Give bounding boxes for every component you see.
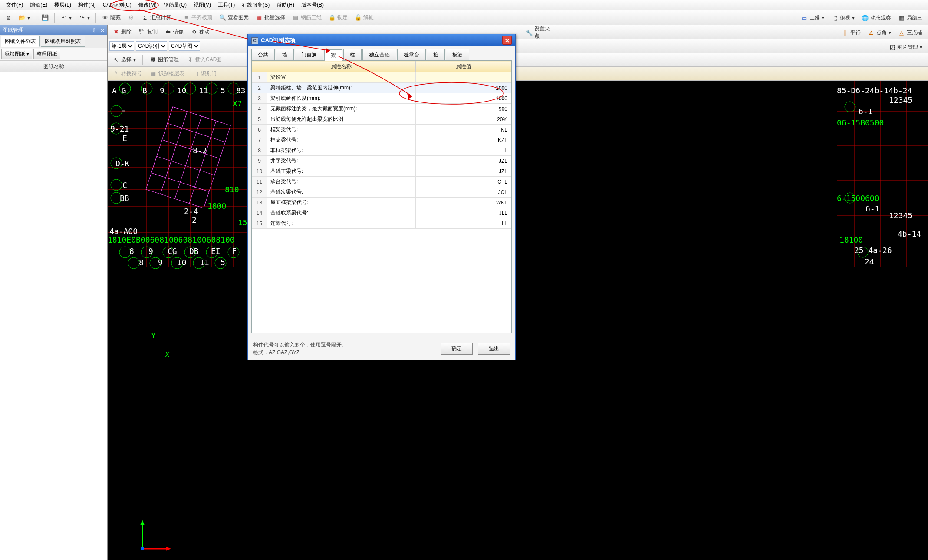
menu-item[interactable]: 编辑(E) [26,0,51,10]
table-row[interactable]: 10基础主梁代号:JZL [252,166,511,177]
prop-value[interactable]: 20% [416,114,511,125]
tab-floor-map[interactable]: 图纸楼层对照表 [41,36,85,47]
open-button[interactable]: 📂▾ [16,13,33,23]
corner-button[interactable]: ∠点角▾ [865,27,894,38]
tab-file-list[interactable]: 图纸文件列表 [1,36,40,47]
prop-value[interactable]: KZL [416,135,511,145]
dialog-tab[interactable]: 桩承台 [397,49,426,60]
table-row[interactable]: 3梁引线延伸长度(mm):1000 [252,93,511,104]
add-paper-button[interactable]: 添加图纸 ▾ [1,49,32,59]
move-button[interactable]: ✥移动 [188,26,213,37]
properties-table: 属性名称 属性值 1梁设置2梁端距柱、墙、梁范围内延伸(mm):10003梁引线… [252,61,511,229]
floor-select[interactable]: 第-1层 [109,41,134,51]
find-button[interactable]: 🔍查看图元 [216,12,252,23]
menu-item[interactable]: CAD识别(C) [99,0,135,10]
dialog-tab[interactable]: 板筋 [446,49,469,60]
three-pt-button[interactable]: △三点辅 [895,27,925,38]
table-row[interactable]: 5吊筋线每侧允许超出梁宽的比例20% [252,114,511,125]
table-row[interactable]: 4无截面标注的梁，最大截面宽度(mm):900 [252,104,511,114]
prop-value[interactable] [416,72,511,83]
chevron-down-icon: ▾ [27,15,30,21]
prop-value[interactable]: L [416,145,511,156]
select-button[interactable]: ↖选择▾ [109,54,139,65]
delete-button[interactable]: ✖删除 [109,26,135,37]
prop-value[interactable]: JZL [416,156,511,166]
table-row[interactable]: 1梁设置 [252,72,511,83]
mirror-button[interactable]: ⇋镜像 [161,26,187,37]
menu-item[interactable]: 钢筋量(Q) [160,0,190,10]
cancel-button[interactable]: 退出 [478,343,510,355]
dynamic-view-button[interactable]: 🌐动态观察 [859,13,894,23]
separator [177,13,177,23]
cad-mode-select[interactable]: CAD识别 [136,41,167,51]
menu-item[interactable]: 工具(T) [214,0,238,10]
menu-item[interactable]: 楼层(L) [51,0,75,10]
local-3d-button[interactable]: ▦局部三 [895,13,925,23]
move-icon: ✥ [191,29,197,36]
dialog-tab[interactable]: 柱 [343,49,362,60]
dialog-title-bar[interactable]: CCAD识别选项 ✕ [248,34,515,46]
view-2d-button[interactable]: ▭二维▾ [798,13,827,23]
pin-icon[interactable]: ⇩ [92,27,96,33]
cad-label: EI [211,247,220,256]
close-icon[interactable]: ✕ [100,27,105,33]
prop-value[interactable]: WKL [416,198,511,208]
menu-item[interactable]: 帮助(H) [273,0,298,10]
set-grip-button[interactable]: 🔧设置夹点 [523,23,555,42]
close-button[interactable]: ✕ [502,36,512,45]
table-row[interactable]: 8非框架梁代号:L [252,145,511,156]
dialog-tab[interactable]: 桩 [427,49,445,60]
table-row[interactable]: 7框支梁代号:KZL [252,135,511,145]
cad-label: 6-1 [859,107,873,116]
prop-value[interactable]: JZL [416,166,511,177]
pic-mgr-button[interactable]: 🖼图片管理▾ [885,42,925,53]
table-row[interactable]: 6框架梁代号:KL [252,125,511,135]
cad-label: F [121,107,125,116]
table-row[interactable]: 2梁端距柱、墙、梁范围内延伸(mm):1000 [252,83,511,93]
table-row[interactable]: 11承台梁代号:CTL [252,177,511,187]
layer-select[interactable]: CAD草图 [169,41,200,51]
row-index: 11 [252,177,267,187]
calc-button[interactable]: Σ汇总计算 [138,12,174,23]
batch-select-button[interactable]: ▦批量选择 [253,12,288,23]
menu-item[interactable]: 版本号(B) [298,0,327,10]
prop-value[interactable]: 900 [416,104,511,114]
table-row[interactable]: 14基础联系梁代号:JLL [252,208,511,218]
new-button[interactable]: 🗎 [2,13,15,23]
prop-value[interactable]: 1000 [416,83,511,93]
table-row[interactable]: 13屋面框架梁代号:WKL [252,198,511,208]
dialog-tab[interactable]: 墙 [276,49,294,60]
undo-button[interactable]: ↶▾ [57,13,75,23]
sort-paper-button[interactable]: 整理图纸 [33,49,60,59]
parallel-button[interactable]: ∥平行 [839,27,864,38]
ok-button[interactable]: 确定 [441,343,473,355]
cad-label: 85-D6-24b-14b-24 [837,86,912,95]
table-row[interactable]: 15连梁代号:LL [252,218,511,229]
cad-canvas[interactable]: 85-D6-24b-14b-24123456-106-15B05006-1500… [108,81,928,560]
dialog-tab[interactable]: 独立基础 [362,49,396,60]
top-view-button[interactable]: ⬚俯视▾ [828,13,858,23]
dialog-tab[interactable]: 公共 [251,49,275,60]
cad-label: 1800 [207,201,226,211]
save-button[interactable]: 💾 [39,13,52,23]
prop-value[interactable]: CTL [416,177,511,187]
main-toolbar: 🗎 📂▾ 💾 ↶▾ ↷▾ 👁隐藏 ⚙ Σ汇总计算 ≡平齐板顶 🔍查看图元 ▦批量… [0,10,928,25]
menu-item[interactable]: 在线服务(S) [238,0,273,10]
prop-value[interactable]: 1000 [416,93,511,104]
dialog-tab[interactable]: 梁 [324,49,342,61]
prop-value[interactable]: LL [416,218,511,229]
prop-value[interactable]: KL [416,125,511,135]
menu-item[interactable]: 视图(V) [190,0,214,10]
paper-mgr-button[interactable]: 🗐图纸管理 [146,54,182,65]
menu-item[interactable]: 修改(M) [135,0,160,10]
copy-button[interactable]: ⿻复制 [135,26,161,37]
prop-value[interactable]: JCL [416,187,511,198]
table-row[interactable]: 12基础次梁代号:JCL [252,187,511,198]
hide-button[interactable]: 👁隐藏 [99,12,124,23]
table-row[interactable]: 9井字梁代号:JZL [252,156,511,166]
prop-value[interactable]: JLL [416,208,511,218]
menu-item[interactable]: 文件(F) [3,0,26,10]
menu-item[interactable]: 构件(N) [75,0,99,10]
redo-button[interactable]: ↷▾ [76,13,93,23]
dialog-tab[interactable]: 门窗洞 [295,49,323,60]
